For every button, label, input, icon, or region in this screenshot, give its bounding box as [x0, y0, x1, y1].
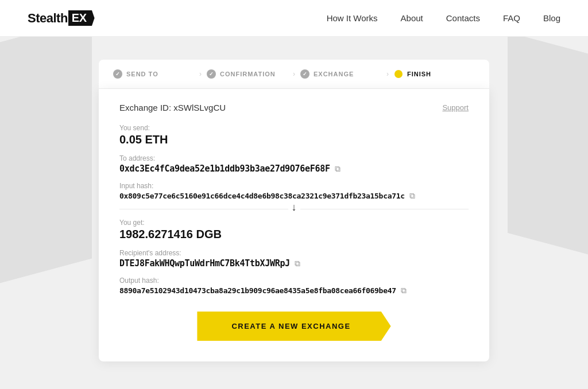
arrow-down-icon: ↓ [288, 201, 300, 213]
recipient-address-copy-icon[interactable]: ⧉ [295, 259, 300, 269]
create-button-wrapper: CREATE A NEW EXCHANGE [119, 312, 469, 341]
step-confirmation-label: CONFIRMATION [220, 71, 276, 77]
card-header: Exchange ID: xSWlSLvgCU Support [119, 103, 469, 112]
nav-how-it-works[interactable]: How It Works [327, 13, 378, 23]
to-address-copy-icon[interactable]: ⧉ [335, 164, 341, 174]
step-send-to-icon: ✓ [113, 69, 123, 79]
support-link[interactable]: Support [442, 103, 469, 112]
stepper: ✓ SEND TO › ✓ CONFIRMATION › ✓ EXCHANGE … [99, 60, 489, 89]
step-confirmation-icon: ✓ [206, 69, 216, 79]
step-divider-3: › [386, 70, 389, 78]
logo: StealthEX [28, 10, 95, 26]
input-hash-label: Input hash: [119, 182, 469, 190]
nav-blog[interactable]: Blog [543, 13, 560, 23]
nav-contacts[interactable]: Contacts [446, 13, 480, 23]
step-send-to-label: SEND TO [126, 71, 158, 77]
you-get-label: You get: [119, 219, 469, 227]
create-new-exchange-button[interactable]: CREATE A NEW EXCHANGE [197, 312, 390, 341]
header: StealthEX How It Works About Contacts FA… [0, 0, 588, 37]
input-hash-value: 0x809c5e77ce6c5160e91c66dce4c4d8e6b98c38… [119, 192, 405, 200]
output-hash-value: 8890a7e5102943d10473cba8a29c1b909c96ae84… [119, 286, 396, 295]
input-hash-row: 0x809c5e77ce6c5160e91c66dce4c4d8e6b98c38… [119, 191, 469, 201]
main-nav: How It Works About Contacts FAQ Blog [327, 13, 560, 23]
section-divider: ↓ [119, 209, 469, 209]
step-divider-2: › [293, 70, 295, 78]
you-send-value: 0.05 ETH [119, 133, 469, 146]
recipient-address-label: Recipient's address: [119, 249, 469, 257]
recipient-address-value: DTEJ8FakWHQwpTuWdrHmC7Bk4TtbXJWRpJ [119, 258, 290, 269]
recipient-address-row: DTEJ8FakWHQwpTuWdrHmC7Bk4TtbXJWRpJ ⧉ [119, 258, 469, 269]
step-finish-label: FINISH [407, 71, 431, 77]
to-address-row: 0xdc3Ec4fCa9dea52e1b1ddb93b3ae27d9O76eF6… [119, 164, 469, 174]
to-address-label: To address: [119, 154, 469, 162]
output-hash-label: Output hash: [119, 277, 469, 285]
input-hash-copy-icon[interactable]: ⧉ [409, 191, 415, 201]
output-hash-copy-icon[interactable]: ⧉ [401, 286, 407, 295]
step-divider-1: › [199, 70, 202, 78]
output-hash-row: 8890a7e5102943d10473cba8a29c1b909c96ae84… [119, 286, 469, 295]
logo-box: EX [68, 10, 95, 26]
step-exchange-label: EXCHANGE [314, 71, 354, 77]
exchange-card: Exchange ID: xSWlSLvgCU Support You send… [99, 89, 489, 361]
you-send-label: You send: [119, 124, 469, 132]
step-exchange-icon: ✓ [300, 69, 310, 79]
step-finish-icon [393, 69, 404, 79]
to-address-value: 0xdc3Ec4fCa9dea52e1b1ddb93b3ae27d9O76eF6… [119, 164, 330, 174]
nav-faq[interactable]: FAQ [503, 13, 520, 23]
main-content: ✓ SEND TO › ✓ CONFIRMATION › ✓ EXCHANGE … [0, 37, 588, 384]
step-confirmation: ✓ CONFIRMATION [206, 69, 288, 79]
step-send-to: ✓ SEND TO [113, 69, 195, 79]
step-finish: FINISH [393, 69, 475, 79]
step-exchange: ✓ EXCHANGE [300, 69, 382, 79]
nav-about[interactable]: About [401, 13, 423, 23]
exchange-id: Exchange ID: xSWlSLvgCU [119, 103, 226, 112]
you-get-value: 1982.6271416 DGB [119, 228, 469, 241]
logo-text: Stealth [28, 11, 68, 26]
